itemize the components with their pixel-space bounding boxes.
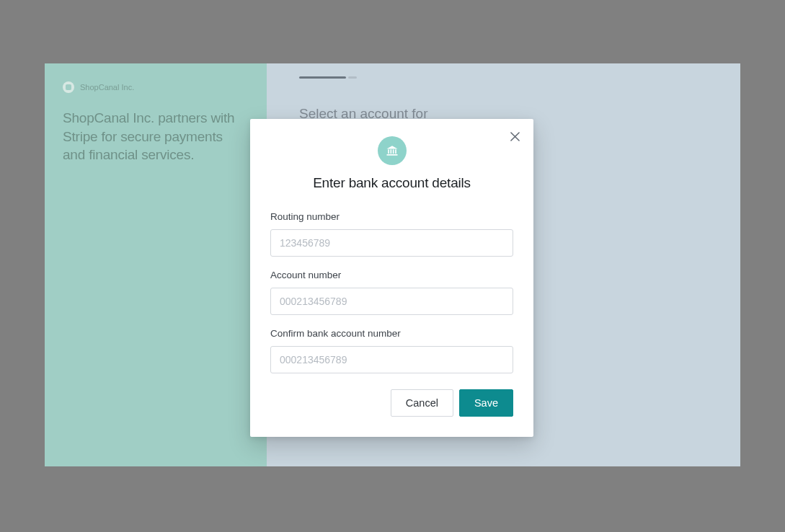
- close-button[interactable]: [506, 129, 523, 146]
- progress-segment-todo: [348, 76, 357, 79]
- bank-details-modal: Enter bank account details Routing numbe…: [250, 119, 533, 437]
- modal-icon-wrap: [270, 136, 513, 165]
- company-name: ShopCanal Inc.: [80, 83, 134, 92]
- confirm-account-number-group: Confirm bank account number: [270, 328, 513, 373]
- sidebar: ShopCanal Inc. ShopCanal Inc. partners w…: [45, 63, 267, 466]
- svg-rect-1: [390, 149, 391, 154]
- sidebar-headline: ShopCanal Inc. partners with Stripe for …: [63, 109, 249, 164]
- svg-rect-3: [395, 149, 396, 154]
- account-number-input[interactable]: [270, 288, 513, 315]
- modal-actions: Cancel Save: [270, 389, 513, 417]
- close-icon: [510, 131, 520, 144]
- sidebar-logo-row: ShopCanal Inc.: [63, 81, 249, 93]
- svg-rect-2: [392, 149, 394, 154]
- company-logo-icon: [63, 81, 74, 93]
- bank-icon: [378, 136, 407, 165]
- progress-segment-done: [299, 76, 346, 79]
- confirm-account-number-label: Confirm bank account number: [270, 328, 513, 339]
- account-number-label: Account number: [270, 270, 513, 280]
- modal-title: Enter bank account details: [270, 175, 513, 191]
- routing-number-input[interactable]: [270, 229, 513, 257]
- progress-indicator: [299, 76, 708, 79]
- account-number-group: Account number: [270, 270, 513, 315]
- svg-rect-0: [388, 149, 389, 154]
- svg-rect-4: [386, 154, 397, 156]
- cancel-button[interactable]: Cancel: [391, 389, 453, 417]
- routing-number-group: Routing number: [270, 211, 513, 257]
- routing-number-label: Routing number: [270, 211, 513, 222]
- save-button[interactable]: Save: [459, 389, 513, 417]
- confirm-account-number-input[interactable]: [270, 346, 513, 373]
